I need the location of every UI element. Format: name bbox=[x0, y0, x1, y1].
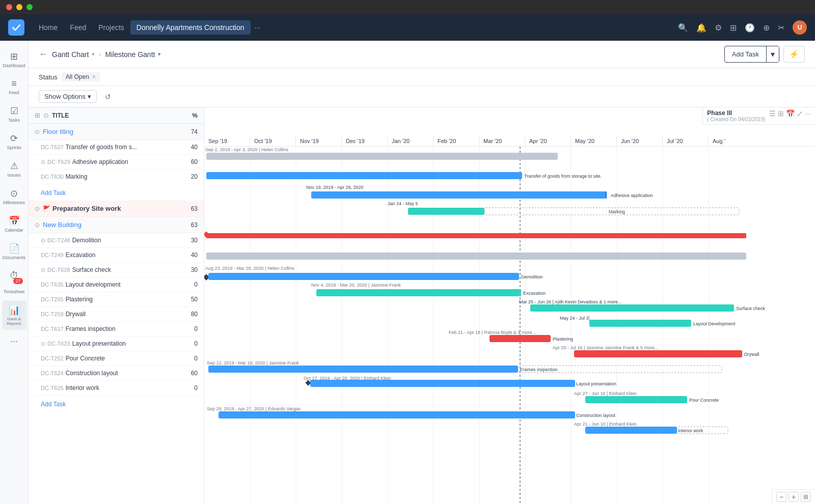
status-filter-tag[interactable]: All Open × bbox=[62, 72, 100, 81]
bar-surface[interactable] bbox=[530, 304, 734, 312]
nav-home[interactable]: Home bbox=[33, 20, 64, 35]
tasks-icon: ☑ bbox=[10, 105, 18, 117]
sidebar-item-gantt[interactable]: 📊 Gantt &Reports bbox=[2, 300, 26, 330]
sidebar-item-more[interactable]: ··· bbox=[2, 332, 26, 351]
table-row[interactable]: ⊙ DC-T628 Surface check 30 bbox=[29, 263, 204, 277]
content-area: ← Gantt Chart ▾ › Milestone Gantt ▾ Add … bbox=[29, 41, 815, 504]
bar-pour-concrete[interactable] bbox=[585, 396, 687, 403]
status-bar: Status All Open × bbox=[29, 68, 815, 86]
table-row[interactable]: DC-T265 Plastering 50 bbox=[29, 292, 204, 307]
bell-icon[interactable]: 🔔 bbox=[696, 23, 707, 33]
nav-current-project[interactable]: Donnelly Apartments Construction bbox=[130, 20, 251, 35]
minimize-btn[interactable] bbox=[16, 4, 22, 10]
table-row[interactable]: DC-T617 Frames inspection 0 bbox=[29, 322, 204, 337]
task-pct: 30 bbox=[182, 266, 198, 273]
bar-marking[interactable] bbox=[408, 208, 484, 215]
filter-button[interactable]: ⚡ bbox=[783, 46, 805, 63]
task-id: DC-T635 bbox=[41, 282, 64, 288]
gantt-icon: 📊 bbox=[9, 304, 20, 316]
gantt-body[interactable]: Sep 2, 2019 - Apr 3, 2020 | Helen Collin… bbox=[204, 147, 815, 504]
month-cell: Oct '19 bbox=[250, 136, 296, 146]
tools-icon[interactable]: ✂ bbox=[778, 23, 784, 33]
bar-frames[interactable] bbox=[208, 366, 518, 373]
month-cell: Apr '20 bbox=[525, 136, 571, 146]
phase-grid-icon[interactable]: ⊞ bbox=[778, 109, 784, 118]
table-row[interactable]: DC-T635 Layout development 0 bbox=[29, 277, 204, 292]
table-row[interactable]: DC-T625 Interior work 0 bbox=[29, 381, 204, 396]
add-task-row-building[interactable]: Add Task bbox=[29, 396, 204, 412]
add-task-row-floor[interactable]: Add Task bbox=[29, 184, 204, 201]
bar-plastering[interactable] bbox=[490, 335, 551, 342]
close-btn[interactable] bbox=[6, 4, 12, 10]
expand-icon: ⊙ bbox=[41, 159, 45, 165]
zoom-in-btn[interactable]: + bbox=[789, 492, 799, 502]
breadcrumb-gantt-dropdown[interactable]: ▾ bbox=[92, 51, 95, 58]
breadcrumb-milestone[interactable]: Milestone Gantt ▾ bbox=[105, 50, 161, 59]
table-row[interactable]: DC-T627 Transfer of goods from s... 40 bbox=[29, 140, 204, 155]
table-row[interactable]: ⊙ DC-T248 Demolition 30 bbox=[29, 233, 204, 248]
back-button[interactable]: ← bbox=[39, 49, 48, 60]
bar-adhesive[interactable] bbox=[311, 191, 607, 199]
bar-preparatory[interactable] bbox=[206, 233, 746, 238]
bar-transfer[interactable] bbox=[206, 172, 522, 179]
breadcrumb-gantt[interactable]: Gantt Chart ▾ bbox=[52, 50, 95, 59]
phase-list-icon[interactable]: ☰ bbox=[769, 109, 776, 118]
grid-icon[interactable]: ⊞ bbox=[730, 23, 737, 33]
sidebar-label-feed: Feed bbox=[9, 90, 19, 95]
group-preparatory[interactable]: ⊙ 🚩 Preparatory Site work 63 bbox=[29, 201, 204, 217]
bar-demolition[interactable] bbox=[208, 273, 519, 280]
sidebar-item-documents[interactable]: 📄 Documents bbox=[2, 239, 26, 264]
dashboard-icon: ⊞ bbox=[10, 51, 18, 62]
phase-more-icon[interactable]: ··· bbox=[805, 109, 811, 118]
search-icon[interactable]: 🔍 bbox=[678, 23, 688, 33]
undo-button[interactable]: ↺ bbox=[101, 91, 115, 103]
sidebar-item-timesheet[interactable]: ⏱ 27 Timesheet bbox=[2, 266, 26, 298]
show-options-button[interactable]: Show Options ▾ bbox=[39, 90, 97, 103]
phase-calendar-icon[interactable]: 📅 bbox=[786, 109, 795, 118]
table-row[interactable]: ⊙ DC-T629 Adhesive application 60 bbox=[29, 155, 204, 170]
sidebar-item-calendar[interactable]: 📅 Calendar bbox=[2, 211, 26, 237]
task-id: DC-T248 bbox=[47, 237, 70, 243]
add-task-dropdown[interactable]: ▾ bbox=[766, 46, 779, 62]
table-row[interactable]: DC-T249 Excavation 40 bbox=[29, 248, 204, 263]
user-avatar[interactable]: U bbox=[793, 20, 807, 35]
task-id: DC-T628 bbox=[47, 267, 70, 273]
group-floor-tiling[interactable]: ⊙ Floor tiling 74 bbox=[29, 124, 204, 140]
expand-icon: ⊙ bbox=[41, 341, 45, 347]
clock-icon[interactable]: 🕐 bbox=[745, 23, 755, 33]
phase-expand-icon[interactable]: ⤢ bbox=[797, 109, 803, 118]
bar-construction-layout[interactable] bbox=[219, 411, 575, 418]
month-cell: Feb '20 bbox=[433, 136, 479, 146]
bar-drywall[interactable] bbox=[574, 350, 742, 357]
sidebar-item-sprints[interactable]: ⟳ Sprints bbox=[2, 129, 26, 154]
sidebar-item-milestones[interactable]: ⊙ Milestones bbox=[2, 184, 26, 209]
nav-projects[interactable]: Projects bbox=[92, 20, 130, 35]
bar-layout-dev[interactable] bbox=[589, 320, 691, 327]
maximize-btn[interactable] bbox=[26, 4, 33, 10]
table-row[interactable]: DC-T630 Marking 20 bbox=[29, 170, 204, 184]
sidebar-item-dashboard[interactable]: ⊞ Dashboard bbox=[2, 47, 26, 72]
sidebar-item-feed[interactable]: ≡ Feed bbox=[2, 74, 26, 99]
add-task-main[interactable]: Add Task bbox=[725, 47, 766, 61]
table-row[interactable]: DC-T624 Construction layout 60 bbox=[29, 366, 204, 381]
sidebar-item-tasks[interactable]: ☑ Tasks bbox=[2, 101, 26, 127]
nav-feed[interactable]: Feed bbox=[64, 20, 92, 35]
bar-interior[interactable] bbox=[585, 427, 677, 434]
svg-text:Plastering: Plastering bbox=[553, 337, 573, 342]
settings-icon[interactable]: ⚙ bbox=[715, 23, 722, 33]
sidebar-item-issues[interactable]: ⚠ Issues bbox=[2, 156, 26, 182]
grid-view-btn[interactable]: ⊞ bbox=[801, 492, 811, 502]
nav-more[interactable]: ··· bbox=[251, 20, 265, 35]
breadcrumb-milestone-dropdown[interactable]: ▾ bbox=[158, 51, 161, 58]
zoom-out-btn[interactable]: − bbox=[776, 492, 786, 502]
svg-text:Aug 23, 2019 - Mar 20, 2020 | : Aug 23, 2019 - Mar 20, 2020 | Helen Coll… bbox=[205, 266, 294, 271]
bar-layout-pres[interactable] bbox=[310, 380, 575, 387]
status-filter-remove[interactable]: × bbox=[92, 73, 96, 80]
expand-icon: ⊙ bbox=[41, 237, 45, 244]
group-building[interactable]: ⊙ New Building 63 bbox=[29, 217, 204, 233]
help-icon[interactable]: ⊕ bbox=[763, 23, 770, 33]
table-row[interactable]: ⊙ DC-T623 Layout presentation 0 bbox=[29, 337, 204, 351]
bar-excavation[interactable] bbox=[316, 289, 520, 296]
table-row[interactable]: DC-T259 Drywall 80 bbox=[29, 307, 204, 322]
table-row[interactable]: DC-T252 Pour Concrete 0 bbox=[29, 351, 204, 366]
